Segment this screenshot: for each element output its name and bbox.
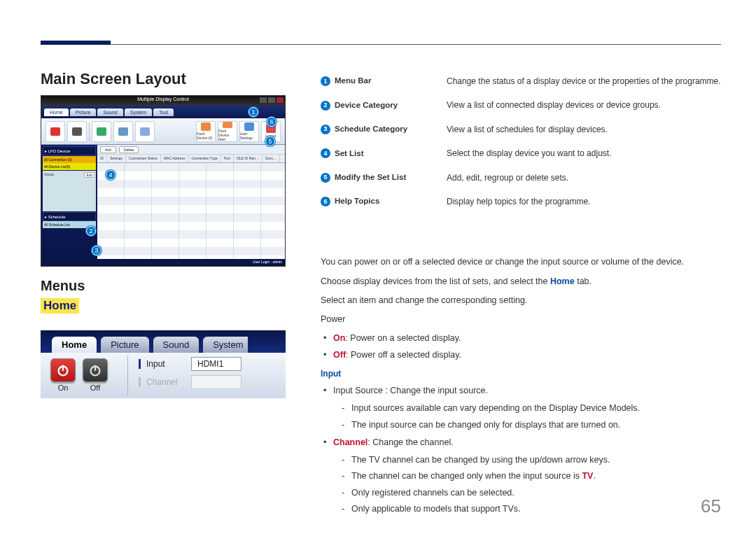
page-number: 65 bbox=[701, 496, 721, 517]
channel-value bbox=[191, 375, 241, 389]
ref-desc-6: Display help topics for the programme. bbox=[447, 195, 721, 209]
tool-channel[interactable] bbox=[113, 121, 133, 142]
menubar-tab-system[interactable]: System bbox=[125, 108, 152, 116]
para-3: Select an item and change the correspond… bbox=[321, 293, 721, 308]
bullet-input-sub2: The input source can be changed only for… bbox=[351, 418, 721, 433]
heading-menus: Menus bbox=[41, 278, 286, 294]
marker-4: 4 bbox=[106, 170, 115, 180]
ref-desc-4: Select the display device you want to ad… bbox=[447, 146, 721, 160]
top-accent bbox=[41, 41, 111, 45]
add-button[interactable]: Add bbox=[100, 146, 116, 153]
set-list-area: Add Delete ID Settings Connection Status… bbox=[97, 145, 285, 259]
window-titlebar: Multiple Display Control bbox=[41, 96, 285, 106]
statusbar: User Login : admin bbox=[41, 259, 285, 266]
ref-key-3: 3Schedule Category bbox=[321, 122, 426, 136]
set-list-header: ID Settings Connection Status MAC Addres… bbox=[97, 155, 285, 163]
marker-5: 5 bbox=[265, 136, 275, 146]
bullet-channel-sub4: Only applicable to models that support T… bbox=[351, 502, 721, 517]
sidebar-schedule-category[interactable]: ▸ Schedule bbox=[43, 212, 96, 221]
power-heading: Power bbox=[321, 312, 721, 327]
sidebar-all-device-list[interactable]: All Device List(0) bbox=[43, 163, 96, 170]
power-off-button[interactable]: Off bbox=[83, 358, 108, 392]
menubar-tab-tool[interactable]: Tool bbox=[153, 108, 174, 116]
window-buttons bbox=[260, 97, 284, 103]
manual-page: Main Screen Layout Multiple Display Cont… bbox=[0, 0, 756, 534]
heading-main-screen-layout: Main Screen Layout bbox=[41, 70, 286, 88]
bullet-input-source: Input Source : Change the input source. bbox=[333, 384, 721, 398]
tab-picture[interactable]: Picture bbox=[101, 337, 148, 353]
tab-system[interactable]: System bbox=[203, 337, 247, 353]
input-field-row: Input HDMI1 bbox=[139, 357, 286, 371]
toolbar: Fault Device (0) Fault Device Alert User… bbox=[41, 118, 285, 145]
left-column: Main Screen Layout Multiple Display Cont… bbox=[41, 70, 286, 519]
sidebar: ▸ LFD Device All Connection (0) All Devi… bbox=[41, 145, 97, 259]
bullet-channel-sub1: The TV channel can be changed by using t… bbox=[351, 453, 721, 468]
tool-power-off[interactable] bbox=[67, 121, 87, 142]
input-value-dropdown[interactable]: HDMI1 bbox=[191, 357, 241, 371]
para-1: You can power on or off a selected devic… bbox=[321, 255, 721, 269]
marker-6: 6 bbox=[267, 117, 276, 127]
sidebar-group-panel: Group Edit bbox=[43, 171, 96, 211]
channel-field-row: Channel bbox=[139, 375, 286, 389]
ref-key-4: 4Set List bbox=[321, 146, 426, 160]
ref-desc-5: Add, edit, regroup or delete sets. bbox=[447, 171, 721, 185]
power-off-icon bbox=[83, 358, 108, 382]
tool-fault-device[interactable]: Fault Device (0) bbox=[196, 121, 216, 142]
sidebar-device-category[interactable]: ▸ LFD Device bbox=[43, 146, 96, 155]
input-subhead: Input bbox=[321, 367, 721, 381]
heading-home: Home bbox=[41, 298, 79, 314]
top-rule bbox=[41, 44, 721, 45]
tool-power-on[interactable] bbox=[46, 121, 65, 142]
bullet-off: Off: Power off a selected display. bbox=[333, 348, 721, 363]
screenshot-main-layout: Multiple Display Control Home Picture So… bbox=[41, 95, 286, 267]
menubar-tab-sound[interactable]: Sound bbox=[97, 108, 122, 116]
ref-desc-1: Change the status of a display device or… bbox=[447, 74, 721, 88]
bullet-channel: Channel: Change the channel. bbox=[333, 435, 721, 450]
tool-volume[interactable] bbox=[135, 121, 155, 142]
sidebar-all-connection[interactable]: All Connection (0) bbox=[43, 156, 96, 163]
tool-user-settings[interactable]: User Settings bbox=[239, 121, 259, 142]
power-on-icon bbox=[50, 358, 76, 382]
menubar-tab-picture[interactable]: Picture bbox=[70, 108, 97, 116]
home-tabs: Home Picture Sound System bbox=[52, 335, 286, 353]
bullet-channel-sub3: Only registered channels can be selected… bbox=[351, 486, 721, 500]
set-list-rows bbox=[97, 163, 285, 259]
marker-3: 3 bbox=[92, 246, 102, 255]
window-title: Multiple Display Control bbox=[137, 97, 189, 101]
power-on-button[interactable]: On bbox=[50, 358, 76, 392]
marker-1: 1 bbox=[248, 107, 258, 117]
ref-key-6: 6Help Topics bbox=[321, 195, 426, 209]
right-column: 1Menu Bar Change the status of a display… bbox=[321, 70, 721, 519]
content: Main Screen Layout Multiple Display Cont… bbox=[41, 70, 721, 519]
para-2: Choose display devices from the list of … bbox=[321, 274, 721, 289]
set-list-controls: Add Delete bbox=[97, 145, 285, 155]
bullet-channel-sub2: The channel can be changed only when the… bbox=[351, 469, 721, 484]
tab-sound[interactable]: Sound bbox=[153, 337, 200, 353]
delete-button[interactable]: Delete bbox=[119, 146, 139, 153]
tool-fault-alert[interactable]: Fault Device Alert bbox=[218, 121, 237, 142]
input-label: Input bbox=[146, 359, 186, 369]
screenshot-home-tab: Home Picture Sound System On bbox=[41, 330, 286, 398]
bullet-input-sub1: Input sources available can vary dependi… bbox=[351, 401, 721, 416]
tab-home[interactable]: Home bbox=[52, 337, 97, 353]
ref-desc-2: View a list of connected display devices… bbox=[447, 98, 721, 112]
tool-input[interactable] bbox=[92, 121, 111, 142]
reference-table: 1Menu Bar Change the status of a display… bbox=[321, 70, 721, 209]
sidebar-edit-button[interactable]: Edit bbox=[84, 172, 94, 178]
ref-desc-3: View a list of schedules for display dev… bbox=[447, 122, 721, 136]
marker-2: 2 bbox=[86, 226, 96, 236]
menubar-tab-home[interactable]: Home bbox=[44, 108, 69, 116]
channel-label: Channel bbox=[146, 377, 186, 387]
bullet-on: On: Power on a selected display. bbox=[333, 331, 721, 346]
ref-key-1: 1Menu Bar bbox=[321, 74, 426, 88]
ref-key-2: 2Device Category bbox=[321, 98, 426, 112]
ref-key-5: 5Modify the Set List bbox=[321, 171, 426, 185]
